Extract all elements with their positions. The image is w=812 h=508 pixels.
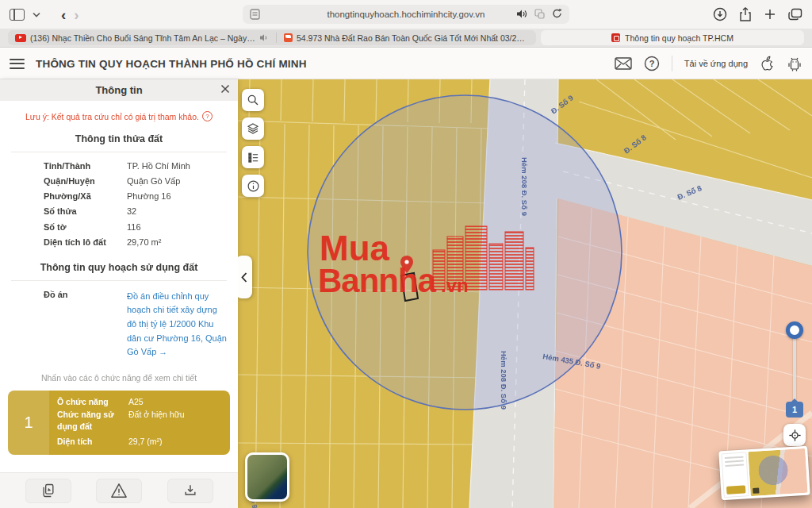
parcel-section-title: Thông tin thửa đất [0,133,238,144]
street-label: Hẻm 208 Đ. Số 9 [520,157,529,216]
preview-map [748,448,807,496]
copy-report-button[interactable] [25,479,71,503]
locate-me-button[interactable] [783,424,806,446]
planning-section-title: Thông tin quy hoạch sử dụng đất [0,262,238,273]
chevron-down-icon[interactable] [33,12,40,17]
browser-window: ‹ › thongtinquyhoach.hochiminhcity.gov.v… [0,0,812,508]
tab-strip: (136) Nhạc Thiền Cho Buổi Sáng Tĩnh Tâm … [0,29,812,48]
project-link[interactable]: Đồ án điều chỉnh quy hoạch chi tiết xây … [127,290,228,360]
zoom-slider-track[interactable] [793,333,796,405]
tab-label: (136) Nhạc Thiền Cho Buổi Sáng Tĩnh Tâm … [30,33,255,43]
youtube-icon [15,34,26,42]
zoom-slider-handle[interactable] [786,321,803,339]
back-button[interactable]: ‹ [61,7,66,22]
tab-quyhoach-active[interactable]: Thông tin quy hoạch TP.HCM [541,30,804,45]
site-settings-icon[interactable] [534,9,545,19]
svg-text:.vn: .vn [441,275,469,296]
street-label: Hẻm 208 Đ. Số 9 [500,351,508,410]
reader-icon[interactable] [250,9,260,20]
download-app-label[interactable]: Tải về ứng dụng [684,59,748,68]
disclaimer-notice: Lưu ý: Kết quả tra cứu chỉ có giá trị th… [8,111,230,121]
divider [11,280,227,281]
site-favicon [611,33,620,42]
zone-row: Diện tích29,7 (m²) [57,436,222,448]
reload-icon[interactable] [552,8,562,19]
zoom-level-badge[interactable]: 1 [786,402,803,418]
sidebar-toggle-icon[interactable] [10,9,25,21]
info-panel: Thông tin Lưu ý: Kết quả tra cứu chỉ có … [0,79,238,508]
help-icon[interactable]: ? [644,56,660,71]
browser-titlebar: ‹ › thongtinquyhoach.hochiminhcity.gov.v… [0,0,812,29]
parcel-fields: Tỉnh/ThànhTP. Hồ Chí Minh Quận/HuyệnQuận… [0,158,238,250]
downloads-icon[interactable] [713,7,727,21]
project-row: Đồ án Đồ án điều chỉnh quy hoạch chi tiế… [0,284,238,360]
basemap-switcher-thumbnail[interactable] [245,452,289,502]
close-icon[interactable] [220,83,231,94]
menu-icon[interactable] [10,59,25,69]
map-legend-button[interactable] [242,146,264,168]
download-report-button[interactable] [167,479,213,503]
field-row: Quận/HuyệnQuận Gò Vấp [0,173,238,188]
tab-youtube[interactable]: (136) Nhạc Thiền Cho Buổi Sáng Tĩnh Tâm … [8,30,276,45]
zone-card[interactable]: 1 Ô chức năngA25 Chức năng sử dụng đấtĐấ… [8,391,230,455]
new-tab-icon[interactable] [764,8,776,21]
tab-label: 54.973 Nhà Đất Rao Bán Toàn Quốc Giá Tốt… [297,33,529,43]
map-search-button[interactable] [242,89,264,111]
help-badge-icon[interactable]: ? [202,111,213,121]
svg-text:?: ? [649,59,654,68]
preview-panel [721,452,749,498]
zone-row: Ô chức năngA25 [57,396,222,408]
android-icon[interactable] [787,56,802,72]
field-row: Số thửa32 [0,204,238,219]
field-row: Phường/XãPhường 16 [0,189,238,204]
divider [11,152,227,152]
map-canvas: Đ. Số 9 Hẻm 208 Đ. Số 9 Hẻm 208 Đ. Số 9 … [238,79,812,508]
page-header: THÔNG TIN QUY HOẠCH THÀNH PHỐ HỒ CHÍ MIN… [0,48,812,79]
zone-hint: Nhấn vào các ô chức năng để xem chi tiết [0,373,238,383]
panel-footer [0,472,238,508]
panel-collapse-handle[interactable] [238,256,252,298]
url-text: thongtinquyhoach.hochiminhcity.gov.vn [327,10,485,19]
tab-label: Thông tin quy hoạch TP.HCM [625,33,733,43]
apple-icon[interactable] [760,56,775,72]
address-bar[interactable]: thongtinquyhoach.hochiminhcity.gov.vn [243,5,569,24]
flag-icon [284,33,293,42]
map-toolbar [242,89,264,197]
tab-batdongsan[interactable]: 54.973 Nhà Đất Rao Bán Toàn Quốc Giá Tốt… [277,30,536,45]
screenshot-preview[interactable] [718,446,810,501]
panel-titlebar: Thông tin [0,79,238,101]
planning-map[interactable]: Đ. Số 9 Hẻm 208 Đ. Số 9 Hẻm 208 Đ. Số 9 … [238,79,812,508]
project-label: Đồ án [44,290,127,360]
forward-button[interactable]: › [74,7,79,22]
audio-playing-icon[interactable] [516,9,527,19]
field-row: Tỉnh/ThànhTP. Hồ Chí Minh [0,158,238,173]
zone-row: Chức năng sử dụng đấtĐất ở hiện hữu [57,409,222,433]
zone-index: 1 [8,391,49,455]
share-icon[interactable] [739,7,752,21]
field-row: Số tờ116 [0,219,238,234]
mail-icon[interactable] [615,57,632,70]
page-title: THÔNG TIN QUY HOẠCH THÀNH PHỐ HỒ CHÍ MIN… [36,58,307,70]
tab-audio-icon[interactable] [259,33,269,42]
header-divider [672,56,672,71]
map-info-button[interactable] [242,175,264,197]
report-issue-button[interactable] [96,479,142,503]
panel-title: Thông tin [95,84,142,96]
field-row: Diện tích lô đất29,70 m² [0,234,238,249]
svg-text:Bannha: Bannha [318,262,437,299]
tab-overview-icon[interactable] [788,8,802,21]
map-layers-button[interactable] [242,117,264,140]
